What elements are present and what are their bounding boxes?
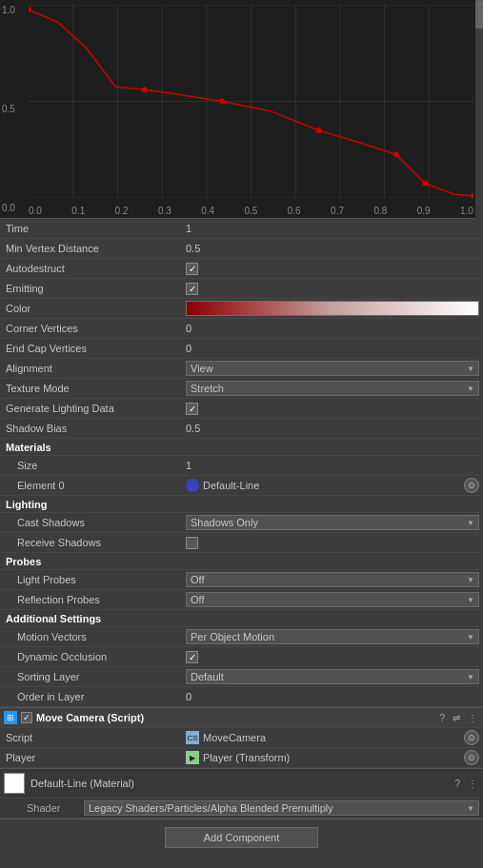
emitting-value[interactable] bbox=[186, 283, 483, 295]
order-in-layer-label: Order in Layer bbox=[0, 688, 186, 705]
emitting-checkbox[interactable] bbox=[186, 283, 198, 295]
sorting-layer-value[interactable]: Default ▼ bbox=[186, 669, 483, 684]
motion-vectors-dropdown[interactable]: Per Object Motion ▼ bbox=[186, 629, 479, 644]
motion-vectors-dropdown-arrow: ▼ bbox=[467, 633, 474, 641]
material-menu-button[interactable]: ⋮ bbox=[466, 779, 479, 789]
order-in-layer-value[interactable]: 0 bbox=[186, 691, 483, 702]
materials-element0-value[interactable]: Default-Line ⊙ bbox=[186, 478, 483, 493]
light-probes-dropdown-arrow: ▼ bbox=[467, 576, 474, 584]
sorting-layer-label: Sorting Layer bbox=[0, 668, 186, 685]
svg-point-17 bbox=[393, 151, 399, 157]
materials-element0-row: Element 0 Default-Line ⊙ bbox=[0, 476, 483, 496]
script-settings-button[interactable]: ⇌ bbox=[451, 713, 462, 723]
generate-lighting-data-value[interactable] bbox=[186, 403, 483, 415]
shader-dropdown-text: Legacy Shaders/Particles/Alpha Blended P… bbox=[89, 802, 333, 814]
texture-mode-value[interactable]: Stretch ▼ bbox=[186, 381, 483, 396]
player-file-icon: ▶ bbox=[186, 751, 199, 764]
cast-shadows-value[interactable]: Shadows Only ▼ bbox=[186, 515, 483, 530]
additional-settings-section-label: Additional Settings bbox=[0, 613, 101, 624]
svg-point-14 bbox=[142, 87, 148, 92]
sorting-layer-dropdown-text: Default bbox=[191, 671, 224, 682]
texture-mode-dropdown[interactable]: Stretch ▼ bbox=[186, 381, 479, 396]
emitting-label: Emitting bbox=[0, 280, 186, 297]
texture-mode-dropdown-text: Stretch bbox=[191, 383, 224, 394]
min-vertex-distance-row: Min Vertex Distance 0.5 bbox=[0, 239, 483, 259]
shadow-bias-value[interactable]: 0.5 bbox=[186, 423, 483, 434]
script-value[interactable]: CS MoveCamera ⊙ bbox=[186, 730, 483, 745]
texture-mode-dropdown-arrow: ▼ bbox=[467, 385, 474, 393]
player-row: Player ▶ Player (Transform) ⊙ bbox=[0, 748, 483, 768]
materials-section-label: Materials bbox=[0, 442, 51, 453]
shader-value[interactable]: Legacy Shaders/Particles/Alpha Blended P… bbox=[84, 800, 479, 816]
material-pick-button[interactable]: ⊙ bbox=[464, 478, 479, 493]
shader-dropdown-arrow: ▼ bbox=[467, 804, 474, 813]
cast-shadows-label: Cast Shadows bbox=[0, 514, 186, 531]
graph-area: 1.0 0.5 0.0 0.0 0.1 0.2 0.3 0.4 bbox=[0, 0, 483, 219]
alignment-value[interactable]: View ▼ bbox=[186, 361, 483, 376]
y-label-top: 1.0 bbox=[2, 5, 27, 15]
probes-section-header: Probes bbox=[0, 553, 483, 570]
shader-row: Shader Legacy Shaders/Particles/Alpha Bl… bbox=[0, 799, 483, 819]
reflection-probes-value[interactable]: Off ▼ bbox=[186, 592, 483, 607]
materials-size-label: Size bbox=[0, 457, 186, 474]
add-component-button[interactable]: Add Component bbox=[165, 827, 319, 848]
corner-vertices-value[interactable]: 0 bbox=[186, 323, 483, 334]
light-probes-dropdown[interactable]: Off ▼ bbox=[186, 572, 479, 587]
player-value[interactable]: ▶ Player (Transform) ⊙ bbox=[186, 750, 483, 765]
material-header: Default-Line (Material) ? ⋮ bbox=[0, 769, 483, 799]
graph-svg[interactable] bbox=[29, 5, 473, 198]
material-help-button[interactable]: ? bbox=[453, 779, 462, 789]
min-vertex-distance-value[interactable]: 0.5 bbox=[186, 243, 483, 254]
y-label-mid: 0.5 bbox=[2, 104, 27, 114]
cast-shadows-dropdown-arrow: ▼ bbox=[467, 519, 474, 527]
motion-vectors-value[interactable]: Per Object Motion ▼ bbox=[186, 629, 483, 644]
script-label: Script bbox=[0, 729, 186, 746]
sorting-layer-dropdown[interactable]: Default ▼ bbox=[186, 669, 479, 684]
receive-shadows-checkbox[interactable] bbox=[186, 537, 198, 549]
svg-point-18 bbox=[422, 181, 428, 187]
time-label: Time bbox=[0, 220, 186, 237]
material-actions: ? ⋮ bbox=[453, 779, 479, 789]
script-component-checkbox[interactable]: ✓ bbox=[21, 712, 32, 723]
color-value[interactable] bbox=[186, 301, 483, 316]
script-component-actions: ? ⇌ ⋮ bbox=[437, 713, 479, 723]
script-help-button[interactable]: ? bbox=[437, 713, 447, 723]
probes-section-label: Probes bbox=[0, 556, 41, 567]
y-label-bot: 0.0 bbox=[2, 203, 27, 213]
generate-lighting-data-row: Generate Lighting Data bbox=[0, 399, 483, 419]
graph-y-labels: 1.0 0.5 0.0 bbox=[0, 0, 29, 218]
svg-point-16 bbox=[316, 128, 322, 133]
svg-point-15 bbox=[219, 98, 225, 104]
corner-vertices-label: Corner Vertices bbox=[0, 320, 186, 337]
light-probes-value[interactable]: Off ▼ bbox=[186, 572, 483, 587]
dynamic-occlusion-value[interactable] bbox=[186, 651, 483, 663]
reflection-probes-dropdown[interactable]: Off ▼ bbox=[186, 592, 479, 607]
script-menu-button[interactable]: ⋮ bbox=[466, 713, 479, 723]
motion-vectors-label: Motion Vectors bbox=[0, 628, 186, 645]
reflection-probes-dropdown-text: Off bbox=[191, 594, 204, 605]
end-cap-vertices-value[interactable]: 0 bbox=[186, 343, 483, 354]
light-probes-label: Light Probes bbox=[0, 571, 186, 588]
material-name: Default-Line (Material) bbox=[30, 778, 453, 789]
emitting-row: Emitting bbox=[0, 279, 483, 299]
material-icon bbox=[186, 479, 199, 492]
materials-size-value[interactable]: 1 bbox=[186, 460, 483, 471]
cast-shadows-dropdown-text: Shadows Only bbox=[191, 517, 258, 528]
alignment-dropdown[interactable]: View ▼ bbox=[186, 361, 479, 376]
scrollbar-thumb[interactable] bbox=[475, 0, 483, 29]
alignment-row: Alignment View ▼ bbox=[0, 359, 483, 379]
dynamic-occlusion-row: Dynamic Occlusion bbox=[0, 647, 483, 667]
shader-dropdown[interactable]: Legacy Shaders/Particles/Alpha Blended P… bbox=[84, 800, 479, 816]
autodestruct-value[interactable] bbox=[186, 263, 483, 275]
autodestruct-checkbox[interactable] bbox=[186, 263, 198, 275]
scrollbar[interactable] bbox=[475, 0, 483, 219]
script-file-icon: CS bbox=[186, 731, 199, 744]
receive-shadows-value[interactable] bbox=[186, 537, 483, 549]
time-value[interactable]: 1 bbox=[186, 223, 483, 234]
color-picker[interactable] bbox=[186, 301, 479, 316]
cast-shadows-dropdown[interactable]: Shadows Only ▼ bbox=[186, 515, 479, 530]
dynamic-occlusion-checkbox[interactable] bbox=[186, 651, 198, 663]
script-pick-button[interactable]: ⊙ bbox=[464, 730, 479, 745]
generate-lighting-data-checkbox[interactable] bbox=[186, 403, 198, 415]
player-pick-button[interactable]: ⊙ bbox=[464, 750, 479, 765]
